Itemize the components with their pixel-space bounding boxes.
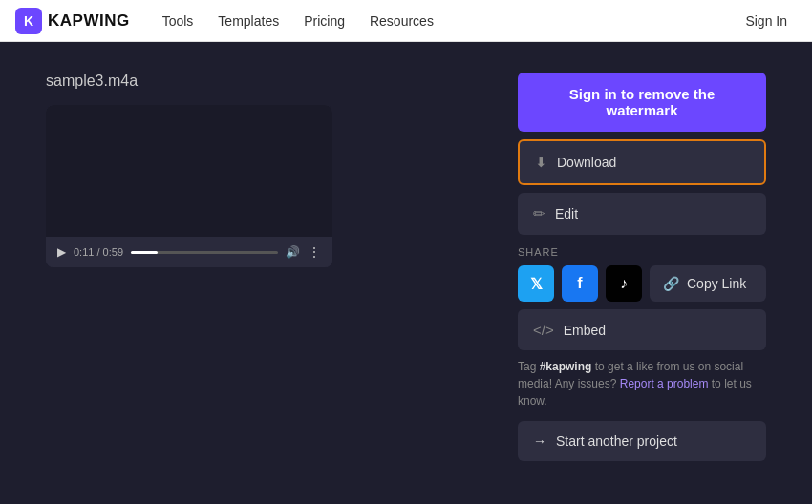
- signin-button[interactable]: Sign In: [736, 10, 797, 32]
- navbar: K KAPWING Tools Templates Pricing Resour…: [0, 0, 812, 42]
- tiktok-icon: ♪: [620, 275, 628, 292]
- file-title: sample3.m4a: [46, 73, 480, 90]
- tiktok-share-button[interactable]: ♪: [606, 265, 642, 302]
- facebook-icon: f: [577, 275, 582, 292]
- download-button[interactable]: ⬇ Download: [518, 139, 766, 185]
- progress-bar[interactable]: [131, 251, 278, 254]
- nav-logo-text: KAPWING: [48, 11, 130, 31]
- video-display-area: [46, 105, 332, 237]
- nav-pricing[interactable]: Pricing: [294, 10, 354, 32]
- video-player: ▶ 0:11 / 0:59 🔊 ⋮: [46, 105, 332, 267]
- copy-link-button[interactable]: 🔗 Copy Link: [650, 265, 766, 302]
- arrow-icon: →: [533, 433, 546, 449]
- left-panel: sample3.m4a ▶ 0:11 / 0:59 🔊 ⋮: [46, 73, 480, 473]
- volume-icon[interactable]: 🔊: [286, 245, 300, 259]
- twitter-share-button[interactable]: 𝕏: [518, 265, 554, 302]
- link-icon: 🔗: [663, 276, 679, 291]
- report-problem-link[interactable]: Report a problem: [620, 377, 709, 390]
- new-project-button[interactable]: → Start another project: [518, 421, 766, 461]
- nav-templates[interactable]: Templates: [208, 10, 288, 32]
- kapwing-logo-icon: K: [15, 8, 42, 34]
- remove-watermark-button[interactable]: Sign in to remove the watermark: [518, 73, 766, 132]
- tag-description: Tag #kapwing to get a like from us on so…: [518, 358, 766, 410]
- video-controls-bar: ▶ 0:11 / 0:59 🔊 ⋮: [46, 237, 332, 267]
- nav-resources[interactable]: Resources: [360, 10, 443, 32]
- nav-logo[interactable]: K KAPWING: [15, 8, 130, 34]
- edit-icon: ✏: [533, 205, 545, 222]
- embed-icon: </>: [533, 322, 554, 338]
- share-row: 𝕏 f ♪ 🔗 Copy Link: [518, 265, 766, 302]
- more-options-icon[interactable]: ⋮: [308, 244, 321, 260]
- nav-tools[interactable]: Tools: [153, 10, 203, 32]
- download-icon: ⬇: [535, 154, 547, 171]
- main-content: sample3.m4a ▶ 0:11 / 0:59 🔊 ⋮ Sign in to…: [0, 42, 812, 504]
- video-time: 0:11 / 0:59: [74, 246, 123, 258]
- embed-button[interactable]: </> Embed: [518, 309, 766, 350]
- play-button[interactable]: ▶: [57, 245, 66, 259]
- twitter-icon: 𝕏: [530, 275, 543, 293]
- share-label: SHARE: [518, 246, 766, 258]
- right-panel: Sign in to remove the watermark ⬇ Downlo…: [518, 73, 766, 473]
- progress-fill: [131, 251, 158, 254]
- facebook-share-button[interactable]: f: [562, 265, 598, 302]
- nav-links: Tools Templates Pricing Resources: [153, 10, 443, 32]
- edit-button[interactable]: ✏ Edit: [518, 193, 766, 235]
